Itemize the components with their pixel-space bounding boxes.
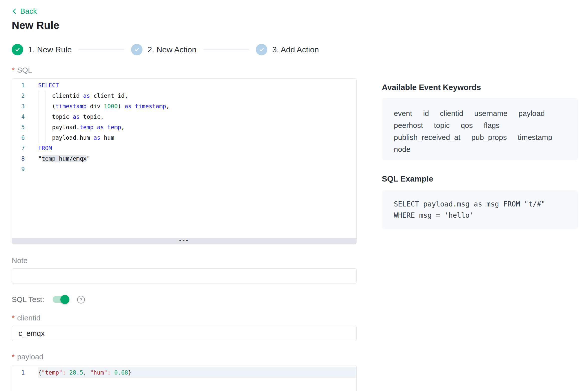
required-asterisk: * <box>12 66 15 74</box>
code-line: 1{"temp": 28.5, "hum": 0.68} <box>12 367 356 378</box>
keyword: publish_received_at <box>394 131 460 143</box>
line-content: payload.temp as temp, <box>38 122 356 132</box>
code-line: 7FROM <box>12 143 356 153</box>
line-content: FROM <box>38 143 356 153</box>
payload-editor-code[interactable]: 1{"temp": 28.5, "hum": 0.68} <box>12 365 356 391</box>
sql-example-line: SELECT payload.msg as msg FROM "t/#" <box>394 198 566 210</box>
sql-test-label: SQL Test: <box>12 295 44 304</box>
payload-field-label: * payload <box>12 353 357 361</box>
sql-editor-resize-handle[interactable]: ••• <box>12 238 356 244</box>
line-number: 5 <box>12 122 38 132</box>
step-connector <box>79 49 124 50</box>
sql-test-row: SQL Test: ? <box>12 295 357 304</box>
note-input[interactable] <box>12 268 357 284</box>
line-content <box>38 164 356 174</box>
toggle-knob <box>60 295 69 304</box>
line-number: 8 <box>12 153 38 164</box>
sql-example-heading: SQL Example <box>382 174 578 184</box>
line-number: 4 <box>12 111 38 122</box>
chevron-left-icon <box>12 8 17 14</box>
required-asterisk: * <box>12 314 15 322</box>
help-question-icon[interactable]: ? <box>77 296 85 303</box>
keyword: clientid <box>440 107 463 119</box>
sql-editor[interactable]: 1SELECT2 clientid as client_id,3 (timest… <box>12 78 357 244</box>
line-number: 1 <box>12 367 38 378</box>
keywords-card: eventidclientidusernamepayloadpeerhostto… <box>382 98 578 160</box>
step-connector <box>203 49 249 50</box>
sql-example-card: SELECT payload.msg as msg FROM "t/#"WHER… <box>382 190 578 229</box>
line-number: 9 <box>12 164 38 174</box>
main-column: Back New Rule 1. New Rule2. New Action3.… <box>12 0 357 391</box>
line-content: "temp_hum/emqx" <box>38 153 356 164</box>
keyword-row: publish_received_atpub_propstimestamp <box>394 131 566 143</box>
keyword: timestamp <box>518 131 552 143</box>
line-content: {"temp": 28.5, "hum": 0.68} <box>38 367 356 378</box>
code-line: 4 topic as topic, <box>12 111 356 122</box>
step-3[interactable]: 3. Add Action <box>256 44 319 55</box>
line-content: payload.hum as hum <box>38 132 356 143</box>
required-asterisk: * <box>12 353 15 361</box>
keyword-row: peerhosttopicqosflags <box>394 119 566 131</box>
code-line: 5 payload.temp as temp, <box>12 122 356 132</box>
keyword: username <box>474 107 507 119</box>
code-line: 8"temp_hum/emqx" <box>12 153 356 164</box>
keywords-heading: Available Event Keywords <box>382 83 578 92</box>
sql-field-label: * SQL <box>12 66 357 74</box>
keyword: event <box>394 107 412 119</box>
step-label: 1. New Rule <box>28 45 72 54</box>
keyword-row: node <box>394 143 566 155</box>
step-check-icon <box>131 44 143 55</box>
step-check-icon <box>256 44 267 55</box>
keyword: topic <box>434 119 450 131</box>
keyword: flags <box>484 119 500 131</box>
step-label: 2. New Action <box>147 45 196 54</box>
clientid-input[interactable] <box>12 326 357 341</box>
back-label: Back <box>20 7 37 15</box>
line-content: topic as topic, <box>38 111 356 122</box>
code-line: 1SELECT <box>12 80 356 91</box>
wizard-stepper: 1. New Rule2. New Action3. Add Action <box>12 44 357 55</box>
code-line: 9 <box>12 164 356 174</box>
line-number: 6 <box>12 132 38 143</box>
line-number: 1 <box>12 80 38 91</box>
line-number: 7 <box>12 143 38 153</box>
back-link[interactable]: Back <box>12 7 37 15</box>
keyword: qos <box>461 119 473 131</box>
step-label: 3. Add Action <box>272 45 319 54</box>
keyword-row: eventidclientidusernamepayload <box>394 107 566 119</box>
step-check-icon <box>12 44 23 55</box>
keyword: node <box>394 143 411 155</box>
keyword: peerhost <box>394 119 423 131</box>
keyword: id <box>423 107 429 119</box>
page-title: New Rule <box>12 19 357 31</box>
keyword: pub_props <box>471 131 507 143</box>
line-number: 2 <box>12 91 38 101</box>
help-panel: Available Event Keywords eventidclientid… <box>382 0 578 229</box>
new-rule-page: Back New Rule 1. New Rule2. New Action3.… <box>0 0 588 391</box>
step-2[interactable]: 2. New Action <box>131 44 196 55</box>
keyword: payload <box>519 107 545 119</box>
code-line: 2 clientid as client_id, <box>12 91 356 101</box>
sql-example-line: WHERE msg = 'hello' <box>394 210 566 221</box>
sql-editor-code[interactable]: 1SELECT2 clientid as client_id,3 (timest… <box>12 79 356 238</box>
line-content: clientid as client_id, <box>38 91 356 101</box>
line-content: (timestamp div 1000) as timestamp, <box>38 101 356 111</box>
line-content: SELECT <box>38 80 356 91</box>
code-line: 6 payload.hum as hum <box>12 132 356 143</box>
clientid-field-label: * clientid <box>12 314 357 322</box>
payload-editor[interactable]: 1{"temp": 28.5, "hum": 0.68} <box>12 365 357 391</box>
sql-test-toggle[interactable] <box>53 296 67 303</box>
line-number: 3 <box>12 101 38 111</box>
step-1[interactable]: 1. New Rule <box>12 44 72 55</box>
note-field-label: Note <box>12 256 357 265</box>
code-line: 3 (timestamp div 1000) as timestamp, <box>12 101 356 111</box>
